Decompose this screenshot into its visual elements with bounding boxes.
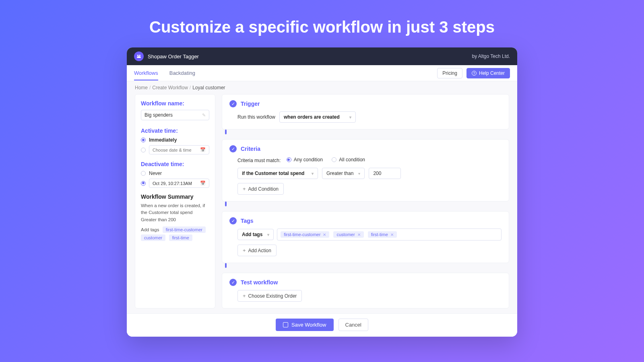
- help-center-button[interactable]: ? Help Center: [466, 68, 510, 78]
- tag-item: customer✕: [333, 231, 363, 238]
- help-icon: ?: [472, 71, 477, 76]
- criteria-operator-select[interactable]: Greater than ▾: [322, 168, 365, 179]
- activate-time-label: Activate time:: [141, 128, 209, 134]
- tag-item: first-time✕: [368, 231, 397, 238]
- content-area: Workflow name: Big spenders ✎ Activate t…: [127, 94, 517, 313]
- deactivate-date-value: Oct 29, 10:27:13AM: [153, 181, 192, 186]
- tags-title: Tags: [241, 218, 254, 224]
- app-name: Shopaw Order Tagger: [148, 53, 199, 60]
- activate-date-placeholder: Choose date & time: [153, 148, 192, 152]
- save-workflow-label: Save Workflow: [291, 322, 326, 328]
- cancel-button[interactable]: Cancel: [339, 319, 368, 331]
- criteria-field-select[interactable]: if the Customer total spend ▾: [237, 168, 318, 179]
- check-icon: ✓: [229, 217, 237, 224]
- save-icon: [283, 322, 288, 327]
- deactivate-schedule-radio[interactable]: [141, 181, 146, 186]
- tags-action-value: Add tags: [242, 232, 262, 237]
- tags-action-select[interactable]: Add tags ▾: [237, 229, 274, 240]
- save-workflow-button[interactable]: Save Workflow: [276, 319, 333, 331]
- criteria-panel: ✓ Criteria Criteria must match: Any cond…: [222, 139, 509, 202]
- summary-tag: first-time: [169, 234, 192, 241]
- calendar-icon: 📅: [200, 147, 206, 152]
- choose-existing-order-button[interactable]: + Choose Existing Order: [237, 290, 302, 302]
- panel-connector: [225, 263, 227, 268]
- tag-remove-icon[interactable]: ✕: [390, 232, 394, 237]
- workflow-summary-label: Workflow Summary: [141, 193, 209, 200]
- workflow-name-label: Workflow name:: [141, 100, 209, 107]
- app-logo-icon: [134, 51, 144, 61]
- deactivate-never-text: Never: [149, 171, 162, 176]
- deactivate-never-radio[interactable]: [141, 171, 146, 176]
- chevron-down-icon: ▾: [267, 232, 269, 237]
- add-action-button[interactable]: + Add Action: [237, 245, 277, 256]
- deactivate-date-input[interactable]: Oct 29, 10:27:13AM 📅: [149, 179, 209, 188]
- workflow-name-input[interactable]: Big spenders ✎: [141, 110, 209, 120]
- tag-remove-icon[interactable]: ✕: [357, 232, 361, 237]
- tag-remove-icon[interactable]: ✕: [323, 232, 326, 237]
- tab-workflows[interactable]: Workflows: [134, 66, 158, 80]
- pricing-button[interactable]: Pricing: [437, 68, 462, 78]
- criteria-any-label: Any condition: [294, 157, 323, 162]
- app-window: Shopaw Order Tagger by Altgo Tech Ltd. W…: [127, 47, 517, 337]
- panel-connector: [225, 202, 227, 206]
- activate-schedule-radio[interactable]: [141, 148, 146, 152]
- workflow-summary-text: When a new order is created, if the Cust…: [141, 202, 209, 223]
- tag-item: first-time-customer✕: [281, 231, 329, 238]
- activate-date-input[interactable]: Choose date & time 📅: [149, 145, 209, 154]
- choose-existing-order-label: Choose Existing Order: [248, 293, 297, 299]
- summary-tag: first-time-customer: [163, 226, 206, 233]
- footer-bar: Save Workflow Cancel: [127, 313, 517, 337]
- trigger-run-label: Run this workflow: [237, 114, 275, 120]
- add-condition-label: Add Condition: [248, 186, 279, 192]
- tab-backdating[interactable]: Backdating: [169, 66, 195, 80]
- tags-input[interactable]: first-time-customer✕ customer✕ first-tim…: [277, 228, 502, 241]
- check-icon: ✓: [229, 100, 237, 107]
- hero-title: Customize a specific workflow in just 3 …: [0, 0, 644, 47]
- summary-tag: customer: [141, 234, 165, 241]
- breadcrumb: Home/ Create Workflow/ Loyal customer: [127, 81, 517, 94]
- activate-immediately-text: Immediately: [149, 137, 177, 143]
- sidebar-panel: Workflow name: Big spenders ✎ Activate t…: [135, 94, 215, 309]
- criteria-field-value: if the Customer total spend: [242, 171, 304, 176]
- svg-point-1: [139, 55, 141, 56]
- breadcrumb-home[interactable]: Home: [135, 85, 148, 90]
- nav-tabs: Workflows Backdating: [134, 66, 195, 80]
- tags-panel: ✓ Tags Add tags ▾ first-time-customer✕ c…: [222, 211, 509, 263]
- check-icon: ✓: [229, 279, 237, 286]
- plus-icon: +: [243, 293, 246, 299]
- criteria-value-input[interactable]: 200: [369, 168, 401, 179]
- check-icon: ✓: [229, 145, 237, 152]
- plus-icon: +: [243, 247, 246, 253]
- deactivate-time-label: Deactivate time:: [141, 161, 209, 167]
- edit-icon: ✎: [202, 113, 206, 118]
- trigger-panel: ✓ Trigger Run this workflow when orders …: [222, 94, 509, 130]
- breadcrumb-current: Loyal customer: [192, 85, 225, 90]
- criteria-match-label: Criteria must match:: [237, 158, 281, 163]
- criteria-any-radio[interactable]: [287, 157, 291, 162]
- chevron-down-icon: ▾: [349, 115, 351, 119]
- app-vendor: by Altgo Tech Ltd.: [472, 53, 510, 59]
- chevron-down-icon: ▾: [312, 171, 314, 176]
- calendar-icon: 📅: [200, 181, 206, 186]
- test-workflow-panel: ✓ Test workflow + Choose Existing Order: [222, 273, 509, 309]
- help-center-label: Help Center: [479, 70, 505, 76]
- summary-addtags-label: Add tags: [141, 227, 159, 232]
- breadcrumb-create-workflow[interactable]: Create Workflow: [152, 85, 188, 90]
- criteria-all-label: All condition: [339, 157, 365, 162]
- plus-icon: +: [243, 186, 246, 192]
- add-condition-button[interactable]: + Add Condition: [237, 183, 284, 195]
- test-workflow-title: Test workflow: [241, 279, 278, 286]
- nav-row: Workflows Backdating Pricing ? Help Cent…: [127, 65, 517, 81]
- activate-immediately-radio[interactable]: [141, 138, 146, 142]
- svg-point-0: [137, 55, 139, 56]
- criteria-all-radio[interactable]: [332, 157, 336, 162]
- workflow-name-value: Big spenders: [144, 112, 173, 118]
- chevron-down-icon: ▾: [358, 171, 360, 176]
- panel-connector: [225, 130, 227, 134]
- main-panels: ✓ Trigger Run this workflow when orders …: [222, 94, 509, 309]
- trigger-title: Trigger: [241, 101, 260, 107]
- criteria-operator-value: Greater than: [326, 171, 353, 176]
- add-action-label: Add Action: [248, 248, 271, 253]
- app-header: Shopaw Order Tagger by Altgo Tech Ltd.: [127, 47, 517, 65]
- trigger-select[interactable]: when orders are created ▾: [279, 111, 356, 123]
